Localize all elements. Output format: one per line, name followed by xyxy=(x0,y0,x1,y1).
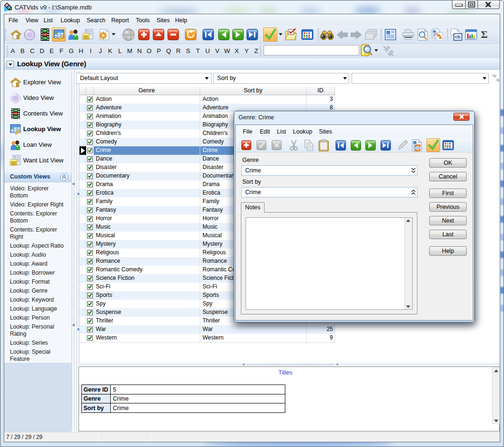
svg-text:<h: <h xyxy=(455,35,460,40)
